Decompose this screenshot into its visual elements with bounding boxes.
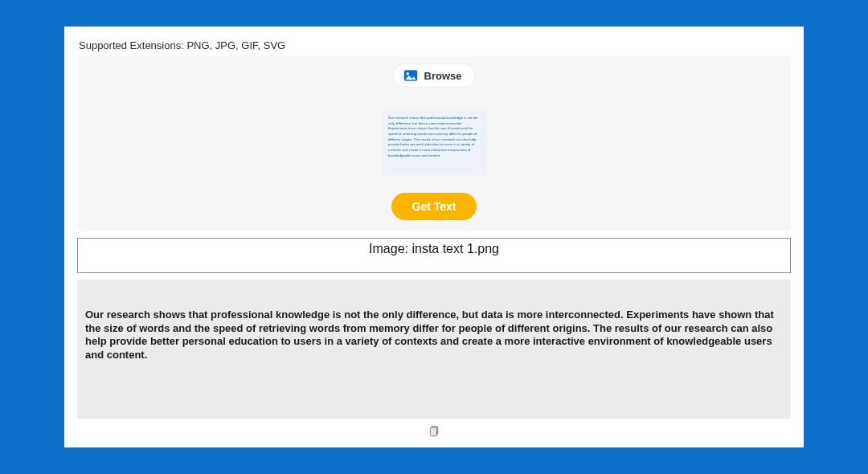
svg-rect-3 [430,427,436,436]
browse-button[interactable]: Browse [394,64,475,87]
copy-row [77,423,791,439]
get-text-button[interactable]: Get Text [391,193,477,220]
browse-button-label: Browse [424,70,462,82]
image-filename-value: insta text 1.png [411,242,499,255]
supported-extensions-label: Supported Extensions: PNG, JPG, GIF, SVG [79,39,791,51]
image-filename-bar: Image: insta text 1.png [77,238,791,273]
clipboard-icon [428,424,440,439]
uploaded-image-preview: Our research shows that professional kno… [381,109,487,175]
copy-button[interactable] [426,423,442,439]
image-filename-label: Image: insta text 1.png [369,242,499,256]
extracted-text: Our research shows that professional kno… [85,309,783,362]
upload-area: Browse Our research shows that professio… [77,56,791,231]
image-icon [403,69,418,82]
app-window: Supported Extensions: PNG, JPG, GIF, SVG… [64,27,804,447]
svg-point-1 [406,72,408,75]
image-filename-prefix: Image: [369,242,411,255]
extracted-text-panel: Our research shows that professional kno… [77,280,791,419]
